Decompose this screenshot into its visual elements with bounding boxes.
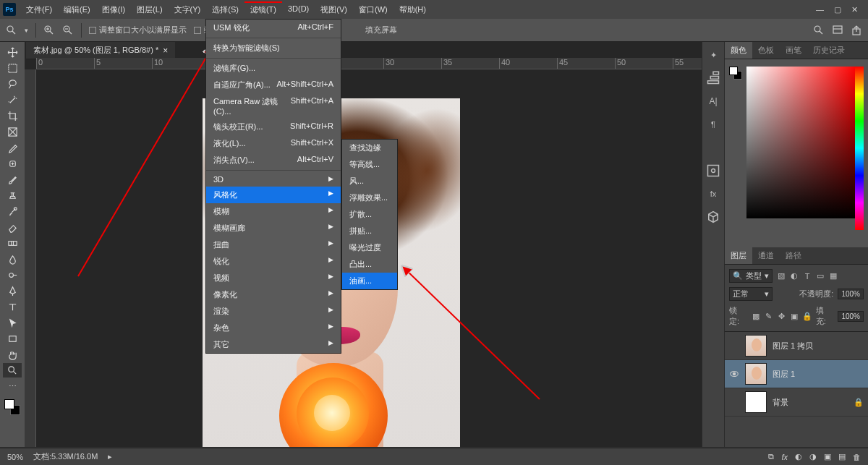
menu-window[interactable]: 窗口(W): [353, 1, 393, 18]
filter-menu-item[interactable]: 杂色▶: [206, 320, 341, 336]
stylize-menu-item[interactable]: 查找边缘: [342, 140, 397, 156]
eraser-tool[interactable]: [3, 220, 22, 234]
menu-edit[interactable]: 编辑(E): [58, 1, 96, 18]
layer-thumbnail[interactable]: [745, 335, 767, 357]
resize-window-checkbox[interactable]: 调整窗口大小以满屏显示: [89, 25, 187, 35]
tab-layers[interactable]: 图层: [725, 247, 752, 264]
stylize-menu-item[interactable]: 等高线...: [342, 156, 397, 173]
menu-type[interactable]: 文字(Y): [169, 1, 207, 18]
layer-thumbnail[interactable]: [745, 391, 767, 413]
history-brush-tool[interactable]: [3, 204, 22, 218]
magic-wand-tool[interactable]: [3, 93, 22, 107]
visibility-toggle[interactable]: [729, 369, 739, 379]
move-tool[interactable]: [3, 45, 22, 59]
marquee-tool[interactable]: [3, 61, 22, 75]
stylize-menu-item[interactable]: 浮雕效果...: [342, 189, 397, 206]
hue-slider[interactable]: [855, 67, 864, 230]
zoom-level[interactable]: 50%: [7, 453, 23, 461]
layer-row[interactable]: 背景 🔒: [725, 388, 868, 417]
menu-file[interactable]: 文件(F): [20, 1, 58, 18]
adjustments-icon[interactable]: [706, 71, 720, 85]
filter-adjust-icon[interactable]: ◐: [790, 272, 799, 281]
fill-screen-button[interactable]: 填充屏幕: [365, 25, 397, 35]
maximize-button[interactable]: ▢: [834, 5, 841, 14]
filter-smart-icon[interactable]: ▦: [829, 272, 838, 281]
filter-menu-item[interactable]: 滤镜库(G)...: [206, 60, 341, 77]
menu-3d[interactable]: 3D(D): [282, 1, 315, 18]
filter-menu-item[interactable]: 镜头校正(R)...Shift+Ctrl+R: [206, 119, 341, 135]
delete-layer-icon[interactable]: 🗑: [853, 453, 861, 461]
healing-brush-tool[interactable]: [3, 156, 22, 171]
3d-icon[interactable]: [706, 210, 720, 224]
tab-swatches[interactable]: 色板: [752, 42, 780, 59]
panel-color-swatches[interactable]: [729, 67, 742, 80]
lock-artboard-icon[interactable]: ▣: [790, 312, 799, 320]
close-button[interactable]: ✕: [851, 5, 858, 14]
menu-layer[interactable]: 图层(L): [131, 1, 168, 18]
filter-menu-item[interactable]: 液化(L)...Shift+Ctrl+X: [206, 135, 341, 152]
adjustment-layer-icon[interactable]: ◑: [809, 452, 817, 461]
filter-menu-item[interactable]: 锐化▶: [206, 253, 341, 270]
filter-menu-item[interactable]: USM 锐化Alt+Ctrl+F: [206, 20, 341, 36]
search-icon[interactable]: [813, 25, 825, 36]
layer-thumbnail[interactable]: [745, 363, 767, 385]
eyedropper-tool[interactable]: [3, 140, 22, 155]
layer-filter-kind[interactable]: 🔍类型▾: [729, 269, 773, 283]
stylize-menu-item[interactable]: 凸出...: [342, 256, 397, 273]
filter-type-icon[interactable]: T: [803, 272, 812, 281]
pen-tool[interactable]: [3, 283, 22, 298]
fill-value[interactable]: 100%: [838, 311, 864, 322]
menu-filter[interactable]: 滤镜(T): [244, 1, 282, 18]
menu-select[interactable]: 选择(S): [206, 1, 244, 18]
zoom-tool[interactable]: [3, 363, 22, 377]
visibility-toggle[interactable]: [729, 341, 739, 351]
filter-menu-item[interactable]: 消失点(V)...Alt+Ctrl+V: [206, 152, 341, 168]
gradient-tool[interactable]: [3, 236, 22, 250]
clone-stamp-tool[interactable]: [3, 188, 22, 202]
minimize-button[interactable]: —: [816, 5, 824, 14]
filter-menu-item[interactable]: 其它▶: [206, 336, 341, 353]
menu-image[interactable]: 图像(I): [96, 1, 131, 18]
path-selection-tool[interactable]: [3, 315, 22, 330]
blend-mode-select[interactable]: 正常▾: [729, 287, 773, 301]
lock-all-icon[interactable]: 🔒: [803, 312, 812, 320]
menu-help[interactable]: 帮助(H): [393, 1, 432, 18]
link-layers-icon[interactable]: ⧉: [768, 452, 774, 461]
doc-size[interactable]: 文档:5.33M/16.0M: [33, 451, 98, 462]
workspace-icon[interactable]: [832, 25, 843, 36]
menu-view[interactable]: 视图(V): [315, 1, 353, 18]
frame-tool[interactable]: [3, 124, 22, 139]
zoom-in-icon[interactable]: [43, 25, 55, 36]
layer-name[interactable]: 背景: [773, 397, 788, 408]
character-icon[interactable]: A|: [706, 94, 720, 108]
document-tab-close-icon[interactable]: ×: [163, 46, 168, 56]
edit-toolbar-icon[interactable]: ⋯: [3, 379, 22, 393]
document-tab[interactable]: 素材.jpg @ 50% (图层 1, RGB/8#) * ×: [26, 42, 175, 59]
tab-channels[interactable]: 通道: [752, 247, 780, 264]
hand-tool[interactable]: [3, 347, 22, 362]
stylize-menu-item[interactable]: 油画...: [342, 273, 397, 289]
opacity-value[interactable]: 100%: [838, 289, 864, 299]
tab-brush[interactable]: 画笔: [780, 42, 807, 59]
layer-name[interactable]: 图层 1 拷贝: [773, 341, 813, 351]
rectangle-tool[interactable]: [3, 331, 22, 346]
zoom-out-icon[interactable]: [62, 25, 74, 36]
filter-menu-item[interactable]: 自适应广角(A)...Alt+Shift+Ctrl+A: [206, 77, 341, 93]
filter-menu-item[interactable]: 转换为智能滤镜(S): [206, 40, 341, 56]
lasso-tool[interactable]: [3, 77, 22, 91]
dodge-tool[interactable]: [3, 268, 22, 282]
dropdown-arrow-icon[interactable]: ▾: [25, 27, 28, 34]
stylize-menu-item[interactable]: 曝光过度: [342, 239, 397, 256]
filter-menu-item[interactable]: 3D▶: [206, 172, 341, 187]
filter-pixel-icon[interactable]: ▧: [777, 272, 786, 281]
lock-position-icon[interactable]: ✥: [777, 312, 786, 320]
tab-color[interactable]: 颜色: [725, 42, 752, 59]
layer-mask-icon[interactable]: ◐: [795, 452, 802, 461]
group-icon[interactable]: ▣: [824, 452, 831, 461]
stylize-menu-item[interactable]: 扩散...: [342, 206, 397, 223]
color-field[interactable]: [746, 67, 856, 218]
layer-fx-icon[interactable]: fx: [781, 453, 788, 461]
color-swatches[interactable]: [3, 398, 22, 417]
blur-tool[interactable]: [3, 252, 22, 266]
filter-menu-item[interactable]: 风格化▶: [206, 187, 341, 203]
